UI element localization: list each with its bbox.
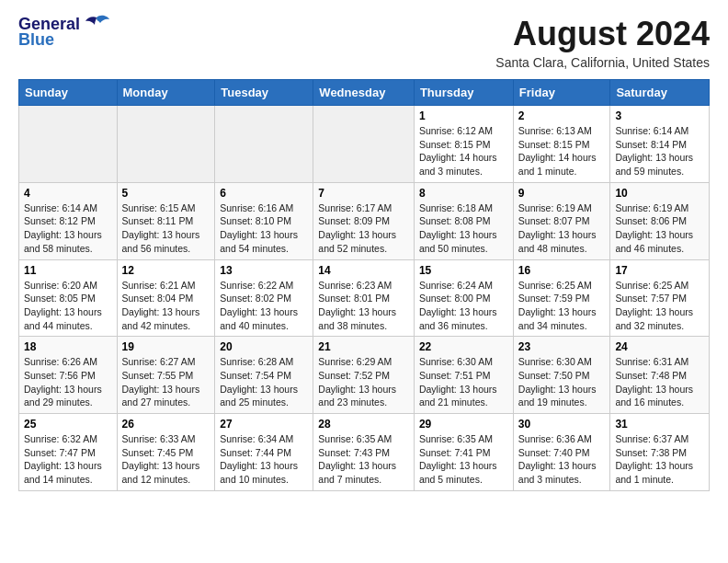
- day-info: Sunrise: 6:22 AM Sunset: 8:02 PM Dayligh…: [220, 279, 308, 333]
- calendar-cell: 18Sunrise: 6:26 AM Sunset: 7:56 PM Dayli…: [19, 337, 118, 414]
- calendar-cell: 6Sunrise: 6:16 AM Sunset: 8:10 PM Daylig…: [215, 182, 313, 259]
- weekday-header-monday: Monday: [117, 80, 215, 106]
- calendar-cell: 29Sunrise: 6:35 AM Sunset: 7:41 PM Dayli…: [414, 414, 513, 491]
- weekday-header-wednesday: Wednesday: [313, 80, 415, 106]
- day-info: Sunrise: 6:23 AM Sunset: 8:01 PM Dayligh…: [318, 279, 409, 333]
- day-number: 10: [615, 187, 704, 200]
- weekday-header-sunday: Sunday: [19, 80, 118, 106]
- day-number: 27: [220, 418, 308, 431]
- day-number: 19: [122, 340, 210, 353]
- day-number: 11: [24, 264, 112, 277]
- day-info: Sunrise: 6:14 AM Sunset: 8:14 PM Dayligh…: [615, 124, 704, 178]
- calendar-cell: 2Sunrise: 6:13 AM Sunset: 8:15 PM Daylig…: [513, 106, 610, 183]
- calendar-cell: 12Sunrise: 6:21 AM Sunset: 8:04 PM Dayli…: [117, 259, 215, 337]
- page-header: General Blue August 2024 Santa Clara, Ca…: [18, 15, 710, 70]
- day-number: 1: [419, 109, 508, 122]
- calendar-cell: 23Sunrise: 6:30 AM Sunset: 7:50 PM Dayli…: [513, 337, 610, 414]
- day-number: 23: [518, 340, 606, 353]
- calendar-cell: 31Sunrise: 6:37 AM Sunset: 7:38 PM Dayli…: [610, 414, 710, 491]
- day-info: Sunrise: 6:30 AM Sunset: 7:51 PM Dayligh…: [419, 355, 508, 409]
- day-info: Sunrise: 6:30 AM Sunset: 7:50 PM Dayligh…: [518, 355, 606, 409]
- day-info: Sunrise: 6:14 AM Sunset: 8:12 PM Dayligh…: [24, 201, 112, 256]
- calendar-cell: 24Sunrise: 6:31 AM Sunset: 7:48 PM Dayli…: [610, 337, 710, 414]
- calendar-week-row: 4Sunrise: 6:14 AM Sunset: 8:12 PM Daylig…: [19, 182, 710, 259]
- day-info: Sunrise: 6:31 AM Sunset: 7:48 PM Dayligh…: [615, 355, 704, 409]
- calendar-cell: [117, 106, 215, 183]
- day-info: Sunrise: 6:34 AM Sunset: 7:44 PM Dayligh…: [220, 432, 308, 487]
- day-info: Sunrise: 6:27 AM Sunset: 7:55 PM Dayligh…: [122, 355, 210, 409]
- calendar-cell: 5Sunrise: 6:15 AM Sunset: 8:11 PM Daylig…: [117, 182, 215, 259]
- calendar-cell: 1Sunrise: 6:12 AM Sunset: 8:15 PM Daylig…: [414, 106, 513, 183]
- day-info: Sunrise: 6:28 AM Sunset: 7:54 PM Dayligh…: [220, 355, 308, 409]
- day-info: Sunrise: 6:32 AM Sunset: 7:47 PM Dayligh…: [24, 432, 112, 487]
- day-number: 8: [419, 187, 508, 200]
- calendar-cell: 27Sunrise: 6:34 AM Sunset: 7:44 PM Dayli…: [215, 414, 313, 491]
- day-number: 25: [24, 418, 112, 431]
- day-number: 14: [318, 264, 409, 277]
- calendar-cell: 13Sunrise: 6:22 AM Sunset: 8:02 PM Dayli…: [215, 259, 313, 337]
- calendar-cell: 14Sunrise: 6:23 AM Sunset: 8:01 PM Dayli…: [313, 259, 415, 337]
- day-info: Sunrise: 6:20 AM Sunset: 8:05 PM Dayligh…: [24, 279, 112, 333]
- calendar-cell: [313, 106, 415, 183]
- day-info: Sunrise: 6:17 AM Sunset: 8:09 PM Dayligh…: [318, 201, 409, 256]
- weekday-header-row: SundayMondayTuesdayWednesdayThursdayFrid…: [19, 80, 710, 106]
- calendar-week-row: 1Sunrise: 6:12 AM Sunset: 8:15 PM Daylig…: [19, 106, 710, 183]
- weekday-header-tuesday: Tuesday: [215, 80, 313, 106]
- calendar-cell: [19, 106, 118, 183]
- day-number: 15: [419, 264, 508, 277]
- day-info: Sunrise: 6:25 AM Sunset: 7:57 PM Dayligh…: [615, 279, 704, 333]
- calendar-cell: 22Sunrise: 6:30 AM Sunset: 7:51 PM Dayli…: [414, 337, 513, 414]
- day-info: Sunrise: 6:25 AM Sunset: 7:59 PM Dayligh…: [518, 279, 606, 333]
- calendar-week-row: 25Sunrise: 6:32 AM Sunset: 7:47 PM Dayli…: [19, 414, 710, 491]
- logo: General Blue: [18, 15, 109, 50]
- day-info: Sunrise: 6:35 AM Sunset: 7:41 PM Dayligh…: [419, 432, 508, 487]
- day-number: 5: [122, 187, 210, 200]
- title-section: August 2024 Santa Clara, California, Uni…: [495, 15, 710, 70]
- calendar-week-row: 11Sunrise: 6:20 AM Sunset: 8:05 PM Dayli…: [19, 259, 710, 337]
- day-info: Sunrise: 6:19 AM Sunset: 8:07 PM Dayligh…: [518, 201, 606, 256]
- day-info: Sunrise: 6:12 AM Sunset: 8:15 PM Dayligh…: [419, 124, 508, 178]
- day-number: 28: [318, 418, 409, 431]
- month-title: August 2024: [495, 15, 710, 53]
- day-number: 26: [122, 418, 210, 431]
- day-number: 12: [122, 264, 210, 277]
- calendar-cell: 9Sunrise: 6:19 AM Sunset: 8:07 PM Daylig…: [513, 182, 610, 259]
- day-number: 3: [615, 109, 704, 122]
- calendar-cell: 21Sunrise: 6:29 AM Sunset: 7:52 PM Dayli…: [313, 337, 415, 414]
- calendar-week-row: 18Sunrise: 6:26 AM Sunset: 7:56 PM Dayli…: [19, 337, 710, 414]
- day-info: Sunrise: 6:21 AM Sunset: 8:04 PM Dayligh…: [122, 279, 210, 333]
- calendar-cell: 4Sunrise: 6:14 AM Sunset: 8:12 PM Daylig…: [19, 182, 118, 259]
- calendar-cell: 19Sunrise: 6:27 AM Sunset: 7:55 PM Dayli…: [117, 337, 215, 414]
- day-number: 18: [24, 340, 112, 353]
- day-number: 30: [518, 418, 606, 431]
- day-number: 22: [419, 340, 508, 353]
- subtitle: Santa Clara, California, United States: [495, 55, 710, 70]
- weekday-header-thursday: Thursday: [414, 80, 513, 106]
- calendar-cell: 28Sunrise: 6:35 AM Sunset: 7:43 PM Dayli…: [313, 414, 415, 491]
- day-number: 13: [220, 264, 308, 277]
- day-number: 9: [518, 187, 606, 200]
- calendar-cell: 15Sunrise: 6:24 AM Sunset: 8:00 PM Dayli…: [414, 259, 513, 337]
- calendar-cell: 17Sunrise: 6:25 AM Sunset: 7:57 PM Dayli…: [610, 259, 710, 337]
- day-info: Sunrise: 6:19 AM Sunset: 8:06 PM Dayligh…: [615, 201, 704, 256]
- day-number: 17: [615, 264, 704, 277]
- day-info: Sunrise: 6:33 AM Sunset: 7:45 PM Dayligh…: [122, 432, 210, 487]
- calendar-cell: [215, 106, 313, 183]
- day-info: Sunrise: 6:29 AM Sunset: 7:52 PM Dayligh…: [318, 355, 409, 409]
- day-number: 16: [518, 264, 606, 277]
- weekday-header-saturday: Saturday: [610, 80, 710, 106]
- day-number: 2: [518, 109, 606, 122]
- day-info: Sunrise: 6:26 AM Sunset: 7:56 PM Dayligh…: [24, 355, 112, 409]
- day-number: 31: [615, 418, 704, 431]
- calendar-cell: 10Sunrise: 6:19 AM Sunset: 8:06 PM Dayli…: [610, 182, 710, 259]
- day-info: Sunrise: 6:15 AM Sunset: 8:11 PM Dayligh…: [122, 201, 210, 256]
- calendar-cell: 20Sunrise: 6:28 AM Sunset: 7:54 PM Dayli…: [215, 337, 313, 414]
- day-info: Sunrise: 6:13 AM Sunset: 8:15 PM Dayligh…: [518, 124, 606, 178]
- day-info: Sunrise: 6:35 AM Sunset: 7:43 PM Dayligh…: [318, 432, 409, 487]
- calendar-cell: 8Sunrise: 6:18 AM Sunset: 8:08 PM Daylig…: [414, 182, 513, 259]
- day-info: Sunrise: 6:18 AM Sunset: 8:08 PM Dayligh…: [419, 201, 508, 256]
- calendar-cell: 11Sunrise: 6:20 AM Sunset: 8:05 PM Dayli…: [19, 259, 118, 337]
- calendar-cell: 7Sunrise: 6:17 AM Sunset: 8:09 PM Daylig…: [313, 182, 415, 259]
- day-number: 21: [318, 340, 409, 353]
- day-info: Sunrise: 6:16 AM Sunset: 8:10 PM Dayligh…: [220, 201, 308, 256]
